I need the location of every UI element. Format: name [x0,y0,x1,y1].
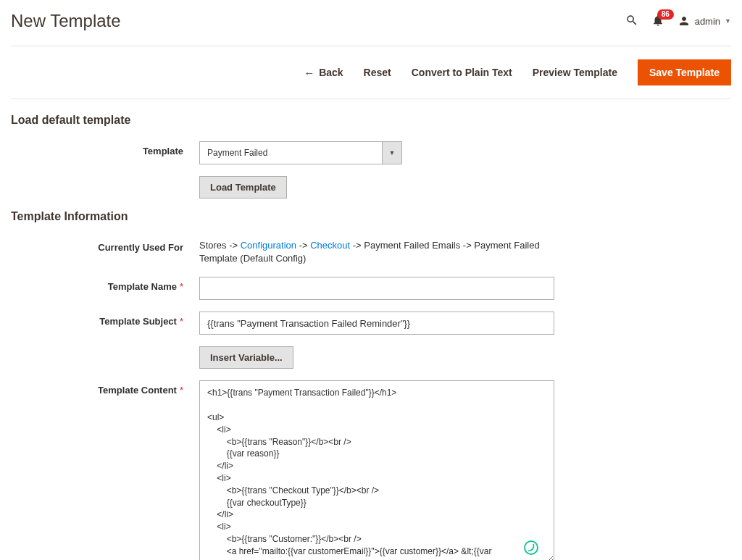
used-for-path: Stores -> Configuration -> Checkout -> P… [199,238,554,265]
template-select-value[interactable] [199,141,382,164]
path-text: -> [296,240,310,251]
insert-variable-button[interactable]: Insert Variable... [199,346,293,369]
template-name-input[interactable] [199,277,554,300]
search-icon[interactable] [625,14,638,29]
chevron-down-icon[interactable]: ▼ [382,141,402,164]
preview-button[interactable]: Preview Template [533,67,617,78]
username: admin [695,16,720,27]
reset-button[interactable]: Reset [364,67,391,78]
template-subject-label: Template Subject* [11,312,199,335]
config-link[interactable]: Configuration [241,240,296,251]
section-load-title: Load default template [11,114,731,127]
section-info-title: Template Information [11,210,731,223]
used-for-label: Currently Used For [11,238,199,265]
convert-button[interactable]: Convert to Plain Text [412,67,512,78]
template-subject-input[interactable] [199,312,554,335]
back-label: Back [319,67,343,78]
template-content-label: Template Content* [11,380,199,560]
arrow-left-icon: ← [304,67,314,79]
template-name-label: Template Name* [11,277,199,300]
template-select-label: Template [11,141,199,164]
notification-badge: 86 [657,9,674,20]
checkout-link[interactable]: Checkout [310,240,350,251]
path-text: Stores -> [199,240,241,251]
user-menu[interactable]: admin ▼ [678,14,731,28]
load-template-button[interactable]: Load Template [199,176,287,198]
save-button[interactable]: Save Template [638,59,731,85]
page-title: New Template [11,11,121,31]
chevron-down-icon: ▼ [725,17,731,25]
template-select[interactable]: ▼ [199,141,402,164]
back-button[interactable]: ← Back [304,67,343,79]
notifications-icon[interactable]: 86 [651,14,664,29]
template-content-textarea[interactable]: <h1>{{trans "Payment Transaction Failed"… [199,380,554,560]
